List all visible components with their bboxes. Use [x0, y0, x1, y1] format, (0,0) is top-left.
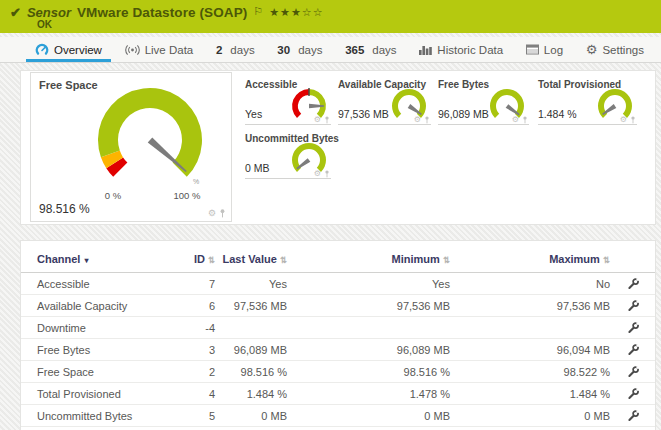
- pin-icon[interactable]: [324, 116, 330, 124]
- cell-channel: Total Provisioned: [37, 383, 175, 405]
- channel-settings-wrench-icon[interactable]: [627, 322, 639, 334]
- cell-minimum: 1.478 %: [287, 383, 450, 405]
- channel-settings-wrench-icon[interactable]: [627, 278, 639, 290]
- tab-log[interactable]: Log: [517, 37, 572, 62]
- gauge-value: 98.516 %: [39, 202, 90, 216]
- tab-live-data[interactable]: Live Data: [116, 37, 203, 62]
- tab-number: 30: [277, 44, 290, 56]
- column-header-id[interactable]: ID⇅: [175, 241, 215, 273]
- sort-desc-icon: ▾: [84, 256, 88, 265]
- gauge-value: 97,536 MB: [338, 108, 389, 120]
- cell-channel: Free Bytes: [37, 339, 175, 361]
- table-header-row: Channel▾ ID⇅ Last Value⇅ Minimum⇅ Maximu…: [21, 241, 656, 273]
- channel-settings-wrench-icon[interactable]: [627, 366, 639, 378]
- page-title: VMware Datastore (SOAP): [77, 5, 247, 20]
- tab-label: days: [298, 44, 322, 56]
- tab-number: 2: [216, 44, 222, 56]
- uncommitted-bytes-gauge-card: Uncommitted Bytes 0 MB ⚙: [245, 131, 331, 179]
- gauge-icon: [35, 43, 49, 56]
- cell-id: 2: [175, 361, 215, 383]
- cell-id: 5: [175, 405, 215, 427]
- table-row: Available Capacity 6 97,536 MB 97,536 MB…: [21, 295, 656, 317]
- gauge-value: 96,089 MB: [438, 108, 489, 120]
- cell-minimum: 96,089 MB: [287, 339, 450, 361]
- gear-icon[interactable]: ⚙: [414, 116, 421, 124]
- cell-minimum: [287, 317, 450, 339]
- column-header-last-value[interactable]: Last Value⇅: [215, 241, 287, 273]
- tab-label: days: [230, 44, 254, 56]
- table-row: Uncommitted Bytes 5 0 MB 0 MB 0 MB: [21, 405, 656, 427]
- gear-icon: ⚙: [586, 43, 598, 56]
- cell-channel: Downtime: [37, 317, 175, 339]
- tab-365-days[interactable]: 365 days: [336, 37, 405, 62]
- cell-minimum: 98.516 %: [287, 361, 450, 383]
- tab-label: Historic Data: [437, 44, 503, 56]
- priority-flag-icon[interactable]: ⚐: [253, 5, 263, 18]
- sensor-header: ✔ Sensor VMware Datastore (SOAP) ⚐ ★★★☆☆…: [0, 0, 661, 33]
- pin-icon[interactable]: [219, 209, 226, 218]
- column-header-maximum[interactable]: Maximum⇅: [450, 241, 610, 273]
- sort-icon: ⇅: [443, 255, 450, 265]
- cell-minimum: Yes: [287, 273, 450, 295]
- gear-icon[interactable]: ⚙: [314, 116, 321, 124]
- column-header-channel[interactable]: Channel▾: [37, 241, 175, 273]
- table-row: Total Provisioned 4 1.484 % 1.478 % 1.48…: [21, 383, 656, 405]
- channel-settings-wrench-icon[interactable]: [627, 410, 639, 422]
- cell-id: 4: [175, 383, 215, 405]
- cell-minimum: 97,536 MB: [287, 295, 450, 317]
- channel-table: Channel▾ ID⇅ Last Value⇅ Minimum⇅ Maximu…: [21, 241, 656, 427]
- tab-label: days: [372, 44, 396, 56]
- column-header-minimum[interactable]: Minimum⇅: [287, 241, 450, 273]
- table-row: Downtime -4: [21, 317, 656, 339]
- pin-icon[interactable]: [522, 116, 528, 124]
- tab-label: Live Data: [145, 44, 194, 56]
- cell-channel: Free Space: [37, 361, 175, 383]
- gauges-panel: Free Space 0 % 100 % % 98.516 % ⚙ Access…: [20, 70, 656, 225]
- cell-channel: Available Capacity: [37, 295, 175, 317]
- pin-icon[interactable]: [630, 116, 636, 124]
- tab-label: Log: [544, 44, 563, 56]
- live-signal-icon: [125, 44, 140, 56]
- gear-icon[interactable]: ⚙: [208, 209, 216, 218]
- cell-last-value: 97,536 MB: [215, 295, 287, 317]
- cell-maximum: 98.522 %: [450, 361, 610, 383]
- gauge-unit-label: %: [193, 178, 199, 185]
- total-provisioned-gauge-card: Total Provisioned 1.484 % ⚙: [538, 77, 637, 125]
- gauge-min-label: 0 %: [105, 190, 122, 201]
- channel-settings-wrench-icon[interactable]: [627, 388, 639, 400]
- log-table-icon: [526, 44, 539, 55]
- gauge-value: 1.484 %: [538, 108, 577, 120]
- cell-channel: Accessible: [37, 273, 175, 295]
- pin-icon[interactable]: [324, 170, 330, 178]
- cell-maximum: No: [450, 273, 610, 295]
- gauge-value: Yes: [245, 108, 262, 120]
- sort-icon: ⇅: [280, 255, 287, 265]
- free-bytes-gauge-card: Free Bytes 96,089 MB ⚙: [438, 77, 529, 125]
- gauge-title: Free Bytes: [438, 79, 489, 90]
- cell-maximum: [450, 317, 610, 339]
- channel-settings-wrench-icon[interactable]: [627, 300, 639, 312]
- table-row: Accessible 7 Yes Yes No: [21, 273, 656, 295]
- bar-chart-icon: [419, 44, 432, 55]
- status-badge: OK: [37, 19, 52, 30]
- priority-stars[interactable]: ★★★☆☆: [269, 6, 323, 19]
- table-row: Free Bytes 3 96,089 MB 96,089 MB 96,094 …: [21, 339, 656, 361]
- cell-id: 7: [175, 273, 215, 295]
- gauge-value: 0 MB: [245, 162, 270, 174]
- cell-last-value: 0 MB: [215, 405, 287, 427]
- pin-icon[interactable]: [424, 116, 430, 124]
- cell-maximum: 1.484 %: [450, 383, 610, 405]
- channel-settings-wrench-icon[interactable]: [627, 344, 639, 356]
- tab-2-days[interactable]: 2 days: [207, 37, 264, 62]
- channel-table-panel: Channel▾ ID⇅ Last Value⇅ Minimum⇅ Maximu…: [20, 240, 656, 430]
- tab-overview[interactable]: Overview: [26, 37, 111, 62]
- cell-last-value: 96,089 MB: [215, 339, 287, 361]
- cell-maximum: 0 MB: [450, 405, 610, 427]
- gear-icon[interactable]: ⚙: [314, 170, 321, 178]
- gear-icon[interactable]: ⚙: [620, 116, 627, 124]
- gear-icon[interactable]: ⚙: [512, 116, 519, 124]
- status-check-icon: ✔: [10, 5, 21, 20]
- tab-30-days[interactable]: 30 days: [268, 37, 331, 62]
- tab-settings[interactable]: ⚙ Settings: [577, 37, 653, 62]
- tab-historic-data[interactable]: Historic Data: [410, 37, 512, 62]
